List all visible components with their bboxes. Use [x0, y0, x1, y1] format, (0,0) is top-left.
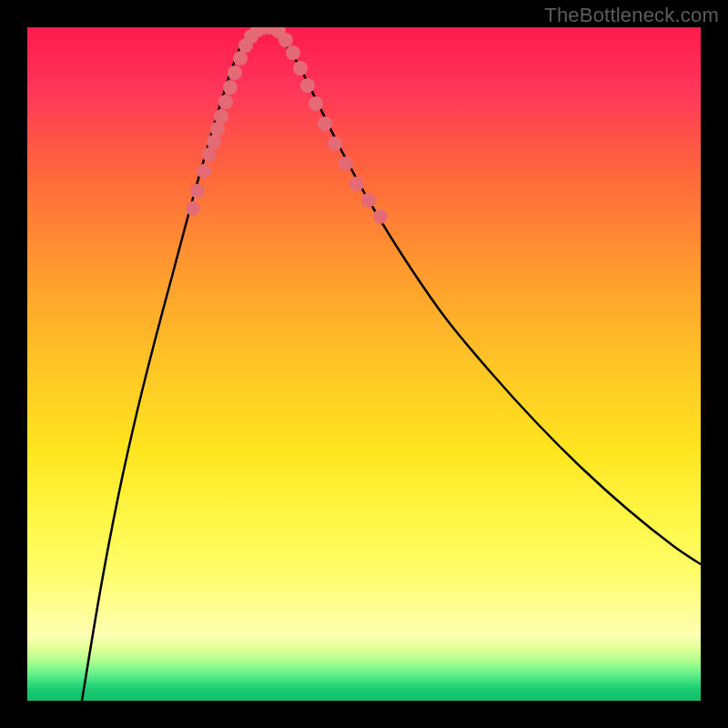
watermark-text: TheBottleneck.com — [544, 4, 719, 27]
data-point — [318, 116, 332, 131]
plot-area — [27, 27, 701, 701]
data-point — [218, 95, 233, 109]
data-point — [197, 164, 211, 178]
data-point — [278, 33, 293, 47]
data-point — [190, 184, 205, 198]
curve-left-branch — [82, 27, 268, 701]
data-point — [300, 78, 315, 93]
curve-dots — [186, 27, 388, 224]
data-point — [328, 136, 342, 151]
data-point — [349, 177, 364, 191]
data-point — [361, 193, 376, 207]
data-point — [186, 201, 200, 216]
chart-frame: TheBottleneck.com — [0, 0, 728, 728]
data-point — [210, 122, 225, 136]
data-point — [373, 209, 388, 224]
curve-right-branch — [268, 27, 701, 564]
data-point — [207, 135, 221, 149]
data-point — [202, 147, 217, 162]
data-point — [223, 80, 238, 95]
curve-layer — [27, 27, 701, 701]
data-point — [308, 96, 323, 111]
data-point — [339, 157, 353, 171]
data-point — [228, 66, 242, 80]
data-point — [293, 61, 308, 76]
curve-lines — [82, 27, 701, 701]
data-point — [233, 51, 248, 66]
data-point — [286, 46, 300, 60]
data-point — [214, 109, 228, 124]
